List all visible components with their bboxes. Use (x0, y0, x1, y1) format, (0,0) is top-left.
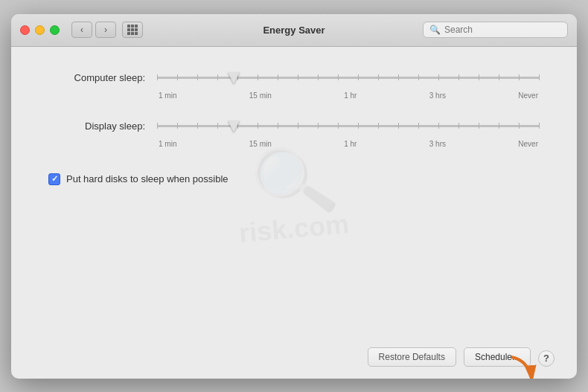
forward-icon: › (104, 25, 107, 35)
tick-label-1min-cs: 1 min (159, 91, 176, 100)
computer-sleep-track (157, 77, 540, 79)
back-button[interactable]: ‹ (71, 22, 92, 38)
computer-sleep-row: Computer sleep: (48, 69, 540, 87)
maximize-button[interactable] (50, 25, 60, 35)
display-sleep-tick-labels: 1 min 15 min 1 hr 3 hrs Never (157, 140, 540, 148)
window: ‹ › Energy Saver 🔍 🔍 risk.com (11, 14, 577, 379)
tick-label-1min-ds: 1 min (159, 140, 176, 148)
computer-sleep-handle[interactable] (228, 72, 240, 84)
nav-buttons: ‹ › (71, 22, 116, 38)
computer-sleep-slider-wrapper (157, 69, 540, 87)
hard-disk-sleep-label: Put hard disks to sleep when possible (66, 173, 229, 184)
grid-view-button[interactable] (122, 22, 143, 38)
checkbox-checkmark: ✓ (51, 175, 58, 183)
tick-label-15min-cs: 15 min (249, 91, 272, 100)
display-sleep-handle[interactable] (228, 121, 240, 132)
restore-defaults-button[interactable]: Restore Defaults (368, 347, 456, 367)
tick-label-never-cs: Never (518, 91, 538, 100)
display-sleep-track (157, 125, 540, 127)
close-button[interactable] (20, 25, 30, 35)
search-bar[interactable]: 🔍 (423, 22, 568, 38)
back-icon: ‹ (80, 25, 83, 35)
computer-sleep-label: Computer sleep: (48, 72, 145, 83)
minimize-button[interactable] (35, 25, 45, 35)
window-title: Energy Saver (263, 25, 325, 36)
display-sleep-row: Display sleep: (48, 118, 540, 135)
hard-disk-sleep-checkbox[interactable]: ✓ (48, 173, 60, 185)
grid-icon (127, 25, 138, 35)
search-input[interactable] (444, 25, 556, 35)
display-sleep-label: Display sleep: (48, 121, 145, 132)
orange-arrow-icon (504, 353, 541, 379)
forward-button[interactable]: › (95, 22, 116, 38)
display-sleep-ticks (157, 125, 540, 127)
display-sleep-slider-wrapper (157, 118, 540, 135)
tick-label-3hrs-ds: 3 hrs (429, 140, 446, 148)
content-area: 🔍 risk.com Computer sleep: (11, 47, 577, 340)
tick-label-3hrs-cs: 3 hrs (429, 91, 446, 100)
search-icon: 🔍 (429, 25, 441, 35)
computer-sleep-ticks (157, 77, 540, 79)
traffic-lights (20, 25, 60, 35)
bottom-area: Restore Defaults Schedule... ? (11, 340, 577, 379)
watermark: 🔍 risk.com (239, 142, 349, 244)
titlebar: ‹ › Energy Saver 🔍 (11, 14, 577, 47)
tick-label-1hr-cs: 1 hr (344, 91, 357, 100)
tick-label-never-ds: Never (518, 140, 538, 148)
display-sleep-section: Display sleep: (48, 118, 540, 148)
computer-sleep-tick-labels: 1 min 15 min 1 hr 3 hrs Never (157, 91, 540, 100)
hard-disk-sleep-row: ✓ Put hard disks to sleep when possible (48, 173, 540, 185)
tick-label-1hr-ds: 1 hr (344, 140, 357, 148)
tick-label-15min-ds: 15 min (249, 140, 272, 148)
computer-sleep-section: Computer sleep: (48, 69, 540, 100)
